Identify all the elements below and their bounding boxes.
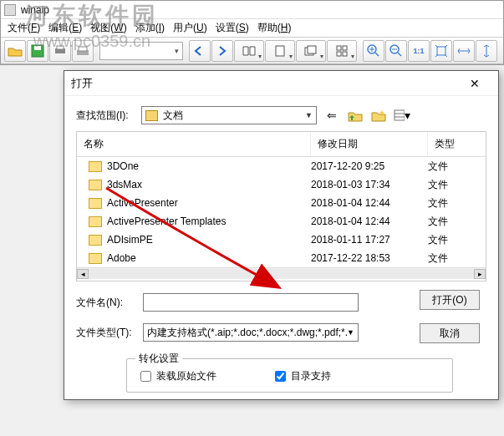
toolbar: 1:1: [1, 38, 503, 64]
convert-settings-group: 转化设置 装载原始文件 目录支持: [126, 358, 453, 393]
menu-file[interactable]: 文件(F): [4, 19, 43, 37]
svg-rect-10: [343, 46, 347, 50]
nav-forward-button[interactable]: [211, 40, 233, 62]
page-view-button[interactable]: [265, 40, 295, 62]
svg-rect-11: [337, 52, 341, 56]
zoom-out-button[interactable]: [385, 40, 407, 62]
item-date: 2017-12-22 18:53: [311, 252, 428, 264]
view-mode-icon[interactable]: ▾: [394, 107, 410, 124]
horizontal-scrollbar[interactable]: ◂ ▸: [77, 267, 486, 279]
col-type[interactable]: 类型: [428, 132, 486, 156]
zoom-in-button[interactable]: [363, 40, 384, 62]
list-item[interactable]: Adobe2017-12-22 18:53文件: [77, 249, 486, 267]
stack-view-button[interactable]: [296, 40, 326, 62]
fit-page-button[interactable]: [430, 40, 452, 62]
svg-rect-16: [395, 110, 405, 120]
load-raw-label: 装载原始文件: [156, 369, 216, 383]
item-type: 文件: [428, 233, 486, 247]
scroll-track[interactable]: [89, 269, 474, 279]
folder-icon: [89, 216, 102, 227]
list-item[interactable]: 3dsMax2018-01-03 17:34文件: [77, 175, 486, 194]
window-title: winaip: [21, 4, 49, 16]
load-raw-checkbox[interactable]: 装载原始文件: [140, 369, 216, 383]
svg-rect-15: [437, 47, 445, 55]
folder-icon: [145, 110, 158, 121]
list-item[interactable]: ActivePresenter Templates2018-01-04 12:4…: [77, 212, 486, 231]
filename-label: 文件名(N):: [76, 296, 143, 310]
toolbar-dropdown[interactable]: [99, 42, 183, 60]
fit-width-button[interactable]: [453, 40, 475, 62]
open-button[interactable]: [4, 40, 26, 62]
folder-icon: [89, 253, 102, 264]
svg-rect-5: [79, 47, 87, 51]
item-type: 文件: [428, 160, 486, 174]
list-item[interactable]: 3DOne2017-12-20 9:25文件: [77, 157, 486, 175]
folder-icon: [89, 180, 102, 190]
item-date: 2018-01-11 17:27: [311, 234, 428, 246]
filename-input[interactable]: [143, 293, 359, 312]
item-date: 2017-12-20 9:25: [311, 160, 428, 172]
svg-rect-9: [337, 46, 341, 50]
up-folder-icon[interactable]: [347, 107, 364, 124]
filetype-label: 文件类型(T):: [76, 326, 143, 340]
fit-height-button[interactable]: [476, 40, 497, 62]
save-button[interactable]: [27, 40, 48, 62]
svg-rect-3: [57, 46, 64, 49]
menu-add[interactable]: 添加(I): [132, 19, 168, 37]
col-date[interactable]: 修改日期: [311, 132, 428, 156]
lookin-select[interactable]: 文档 ▼: [141, 106, 317, 124]
svg-rect-12: [343, 52, 347, 56]
book-view-button[interactable]: [234, 40, 264, 62]
folder-icon: [89, 161, 102, 172]
dir-support-checkbox[interactable]: 目录支持: [275, 369, 331, 383]
item-name: 3dsMax: [107, 179, 142, 190]
col-name[interactable]: 名称: [77, 132, 311, 156]
dir-support-label: 目录支持: [291, 369, 331, 383]
back-icon[interactable]: ⇐: [323, 107, 340, 124]
file-list: 名称 修改日期 类型 3DOne2017-12-20 9:25文件3dsMax2…: [76, 131, 486, 281]
menu-user[interactable]: 用户(U): [170, 19, 211, 37]
item-name: ActivePresenter Templates: [107, 215, 227, 227]
nav-back-button[interactable]: [189, 40, 211, 62]
chevron-down-icon: ▼: [305, 111, 313, 119]
list-item[interactable]: ActivePresenter2018-01-04 12:44文件: [77, 194, 486, 212]
print-button[interactable]: [49, 40, 71, 62]
close-button[interactable]: ✕: [458, 72, 491, 95]
zoom-actual-button[interactable]: 1:1: [408, 40, 430, 62]
menu-settings[interactable]: 设置(S): [212, 19, 252, 37]
menu-view[interactable]: 视图(W): [87, 19, 130, 37]
item-type: 文件: [428, 251, 486, 266]
menu-help[interactable]: 帮助(H): [254, 19, 295, 37]
dialog-title: 打开: [71, 76, 93, 91]
main-window: winaip 文件(F) 编辑(E) 视图(W) 添加(I) 用户(U) 设置(…: [0, 0, 504, 65]
svg-rect-8: [308, 46, 316, 53]
folder-icon: [89, 235, 102, 246]
folder-icon: [89, 198, 102, 209]
cancel-button[interactable]: 取消: [420, 323, 480, 343]
scroll-right-icon[interactable]: ▸: [474, 269, 486, 279]
grid-view-button[interactable]: [327, 40, 357, 62]
chevron-down-icon: ▼: [347, 328, 354, 337]
item-type: 文件: [428, 196, 486, 210]
scan-button[interactable]: [72, 40, 94, 62]
list-item[interactable]: ADIsimPE2018-01-11 17:27文件: [77, 231, 486, 249]
new-folder-icon[interactable]: [370, 107, 387, 124]
load-raw-input[interactable]: [140, 371, 151, 382]
item-name: ActivePresenter: [107, 197, 178, 209]
filetype-select[interactable]: 内建支持格式(*.aip;*.doc;*.docx;*.dwg;*.pdf;*.…: [143, 323, 359, 342]
item-name: 3DOne: [107, 160, 139, 172]
list-header: 名称 修改日期 类型: [77, 132, 486, 157]
item-date: 2018-01-03 17:34: [311, 179, 428, 190]
menu-edit[interactable]: 编辑(E): [45, 19, 85, 37]
dialog-titlebar: 打开 ✕: [64, 71, 498, 96]
lookin-label: 查找范围(I):: [76, 109, 141, 123]
menubar: 文件(F) 编辑(E) 视图(W) 添加(I) 用户(U) 设置(S) 帮助(H…: [1, 19, 503, 38]
dir-support-input[interactable]: [275, 371, 286, 382]
filetype-value: 内建支持格式(*.aip;*.doc;*.docx;*.dwg;*.pdf;*.…: [147, 326, 347, 340]
svg-rect-1: [34, 46, 41, 50]
scroll-left-icon[interactable]: ◂: [77, 269, 89, 279]
item-name: ADIsimPE: [107, 234, 153, 246]
open-button[interactable]: 打开(O): [420, 290, 480, 310]
item-date: 2018-01-04 12:44: [311, 197, 428, 209]
titlebar: winaip: [1, 1, 503, 19]
